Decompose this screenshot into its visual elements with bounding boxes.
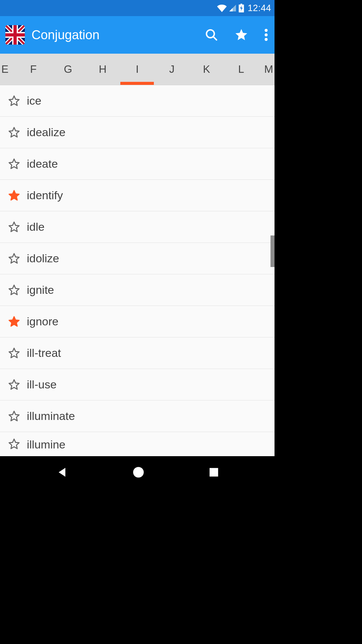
tab-f[interactable]: F [16,54,51,85]
svg-point-8 [133,467,144,478]
verb-label: illuminate [27,410,75,423]
tab-j[interactable]: J [155,54,189,85]
uk-flag-icon [5,25,25,45]
verb-list[interactable]: iceidealizeideateidentifyidleidolizeigni… [0,85,275,456]
verb-label: ignore [27,315,59,328]
list-item[interactable]: idle [0,211,275,243]
recent-apps-button[interactable] [208,467,220,478]
home-button[interactable] [132,466,145,479]
tab-underline [120,82,154,85]
wifi-icon [217,4,227,12]
tab-l[interactable]: L [224,54,258,85]
overflow-menu-icon[interactable] [264,29,268,41]
star-outline-icon[interactable] [8,253,20,265]
star-outline-icon[interactable] [8,221,20,233]
star-outline-icon[interactable] [8,410,20,422]
list-item[interactable]: ignore [0,306,275,337]
list-item[interactable]: ill-treat [0,337,275,369]
verb-list-wrapper: iceidealizeideateidentifyidleidolizeigni… [0,85,275,456]
app-bar: Conjugation [0,16,275,54]
svg-point-7 [265,38,268,41]
verb-label: ill-use [27,378,57,391]
star-outline-icon[interactable] [8,95,20,107]
star-outline-icon[interactable] [8,284,20,296]
list-item[interactable]: identify [0,180,275,211]
search-icon[interactable] [205,28,218,42]
scrollbar-track [269,85,275,456]
star-filled-icon[interactable] [8,316,20,328]
list-item[interactable]: idolize [0,243,275,274]
status-time: 12:44 [248,3,271,13]
cellular-icon [228,4,237,12]
list-item[interactable]: idealize [0,117,275,148]
svg-line-4 [213,37,217,40]
tab-h[interactable]: H [85,54,120,85]
tab-m[interactable]: M [258,54,275,85]
star-outline-icon[interactable] [8,158,20,170]
svg-rect-1 [240,4,242,5]
star-outline-icon[interactable] [8,347,20,359]
app-bar-actions [205,28,269,42]
status-bar: 12:44 [0,0,275,16]
tab-k[interactable]: K [189,54,224,85]
verb-label: identify [27,189,63,202]
list-item[interactable]: ignite [0,274,275,306]
tab-i[interactable]: I [120,54,155,85]
list-item[interactable]: ice [0,85,275,117]
verb-label: ideate [27,157,58,170]
svg-point-5 [265,29,268,32]
verb-label: ignite [27,283,54,297]
verb-label: idle [27,220,45,233]
verb-label: idolize [27,252,59,265]
scrollbar-thumb[interactable] [270,235,275,267]
star-filled-icon[interactable] [8,190,20,202]
verb-label: ice [27,94,41,107]
star-outline-icon[interactable] [8,379,20,391]
svg-point-6 [265,34,268,37]
app-title: Conjugation [32,28,198,42]
status-icons [217,4,244,12]
tab-e[interactable]: E [0,54,16,85]
verb-label: ill-treat [27,346,61,360]
battery-charging-icon [238,4,244,12]
verb-label: idealize [27,126,65,139]
tab-g[interactable]: G [51,54,85,85]
system-nav-bar [0,456,275,488]
favorites-star-icon[interactable] [234,28,248,42]
alphabet-tabs: E F G H I J K L M [0,54,275,85]
back-button[interactable] [55,466,69,479]
list-item[interactable]: illuminate [0,400,275,432]
svg-rect-9 [209,468,218,477]
list-item[interactable]: ill-use [0,369,275,400]
verb-label: illumine [27,438,65,451]
star-outline-icon[interactable] [8,438,20,450]
star-outline-icon[interactable] [8,126,20,139]
list-item[interactable]: illumine [0,432,275,456]
list-item[interactable]: ideate [0,148,275,180]
